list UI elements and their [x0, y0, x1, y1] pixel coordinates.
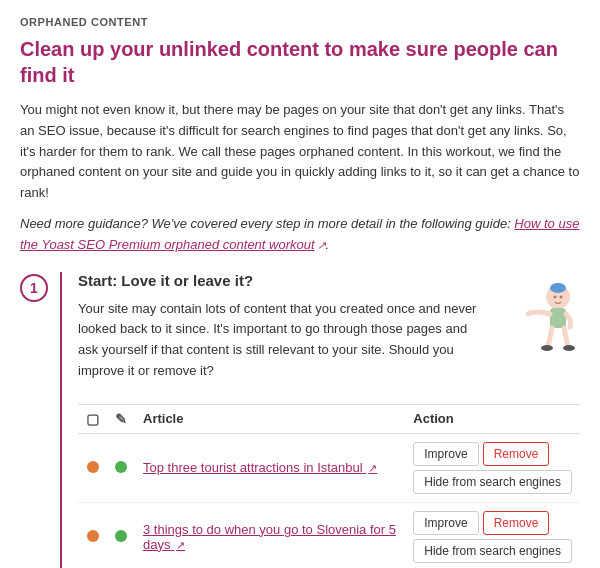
improve-button-1[interactable]: Improve: [413, 442, 478, 466]
action-cell-1: Improve Remove Hide from search engines: [405, 433, 580, 502]
col-article-header: Article: [135, 404, 405, 433]
step-1-container: 1: [20, 272, 580, 568]
article-cell-2: 3 things to do when you go to Slovenia f…: [135, 502, 405, 568]
table-row: Top three tourist attractions in Istanbu…: [78, 433, 580, 502]
action-buttons-1: Improve Remove Hide from search engines: [413, 442, 572, 494]
checkbox-header-icon: ▢: [86, 411, 99, 427]
ext-link-icon-1: ↗: [368, 462, 377, 474]
col-pencil: ✎: [107, 404, 135, 433]
hide-search-button-1[interactable]: Hide from search engines: [413, 470, 572, 494]
col-checkbox: ▢: [78, 404, 107, 433]
dot-green-1: [107, 433, 135, 502]
svg-point-3: [554, 295, 557, 298]
action-cell-2: Improve Remove Hide from search engines: [405, 502, 580, 568]
ext-link-icon-2: ↗: [176, 539, 185, 551]
dot-green-2: [107, 502, 135, 568]
intro-text: You might not even know it, but there ma…: [20, 100, 580, 204]
col-action-header: Action: [405, 404, 580, 433]
pencil-header-icon: ✎: [115, 411, 127, 427]
svg-point-2: [555, 283, 561, 289]
svg-point-7: [563, 345, 575, 351]
svg-point-4: [560, 295, 563, 298]
step-content: Start: Love it or leave it? Your site ma…: [60, 272, 580, 568]
dot-orange-2: [78, 502, 107, 568]
guide-text: Need more guidance? We've covered every …: [20, 214, 580, 256]
hide-search-button-2[interactable]: Hide from search engines: [413, 539, 572, 563]
table-header: ▢ ✎ Article Action: [78, 404, 580, 433]
action-row-top-1: Improve Remove: [413, 442, 549, 466]
article-cell-1: Top three tourist attractions in Istanbu…: [135, 433, 405, 502]
action-row-top-2: Improve Remove: [413, 511, 549, 535]
article-table: ▢ ✎ Article Action: [78, 404, 580, 568]
article-link-2[interactable]: 3 things to do when you go to Slovenia f…: [143, 522, 396, 552]
section-label: ORPHANED CONTENT: [20, 16, 580, 28]
article-link-1[interactable]: Top three tourist attractions in Istanbu…: [143, 460, 377, 475]
improve-button-2[interactable]: Improve: [413, 511, 478, 535]
remove-button-1[interactable]: Remove: [483, 442, 550, 466]
action-buttons-2: Improve Remove Hide from search engines: [413, 511, 572, 563]
svg-point-6: [541, 345, 553, 351]
external-link-icon: ↗: [317, 239, 326, 251]
step-number: 1: [20, 274, 48, 302]
main-title: Clean up your unlinked content to make s…: [20, 36, 580, 88]
svg-rect-5: [550, 308, 566, 328]
table-row: 3 things to do when you go to Slovenia f…: [78, 502, 580, 568]
dot-orange-1: [78, 433, 107, 502]
illustration: [490, 272, 580, 362]
remove-button-2[interactable]: Remove: [483, 511, 550, 535]
